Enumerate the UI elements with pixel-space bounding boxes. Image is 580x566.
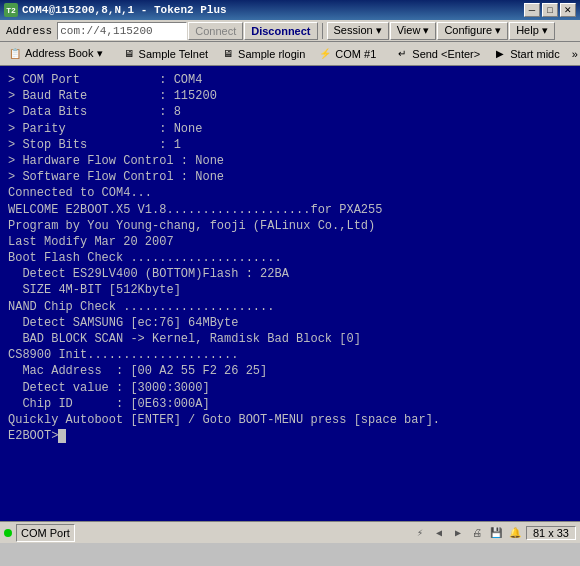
menu-bar: Address Connect Disconnect Session ▾ Vie… — [0, 20, 580, 42]
help-menu[interactable]: Help ▾ — [509, 22, 555, 40]
com1-button[interactable]: ⚡ COM #1 — [312, 44, 381, 64]
sample-rlogin-label: Sample rlogin — [238, 48, 305, 60]
com1-label: COM #1 — [335, 48, 376, 60]
terminal-output: > COM Port : COM4> Baud Rate : 115200> D… — [8, 72, 572, 444]
disk-icon: 💾 — [488, 525, 504, 541]
window-controls: ─ □ ✕ — [524, 3, 576, 17]
com-port-label: COM Port — [21, 527, 70, 539]
overflow-icon: » — [572, 48, 578, 60]
address-book-label: Address Book ▾ — [25, 47, 103, 60]
title-bar-text: T2 COM4@115200,8,N,1 - Token2 Plus — [4, 3, 227, 17]
send-enter-label: Send <Enter> — [412, 48, 480, 60]
status-icons-group: ⚡ ◀ ▶ 🖨 💾 🔔 81 x 33 — [412, 525, 576, 541]
sample-telnet-label: Sample Telnet — [139, 48, 209, 60]
address-book-icon: 📋 — [7, 46, 23, 62]
sample-rlogin-button[interactable]: 🖥 Sample rlogin — [215, 44, 310, 64]
address-book-button[interactable]: 📋 Address Book ▾ — [2, 44, 108, 64]
telnet-icon: 🖥 — [121, 46, 137, 62]
arrow-right-icon: ▶ — [450, 525, 466, 541]
toolbar-overflow-button[interactable]: » — [567, 44, 580, 64]
size-indicator: 81 x 33 — [526, 526, 576, 540]
session-menu[interactable]: Session ▾ — [327, 22, 389, 40]
app-icon: T2 — [4, 3, 18, 17]
menu-separator-1 — [322, 23, 323, 39]
clock-icon: 🔔 — [507, 525, 523, 541]
status-bar: COM Port ⚡ ◀ ▶ 🖨 💾 🔔 81 x 33 — [0, 521, 580, 543]
com-icon: ⚡ — [317, 46, 333, 62]
rlogin-icon: 🖥 — [220, 46, 236, 62]
disconnect-button[interactable]: Disconnect — [244, 22, 317, 40]
start-midc-label: Start midc — [510, 48, 560, 60]
send-icon: ↵ — [394, 46, 410, 62]
send-enter-button[interactable]: ↵ Send <Enter> — [389, 44, 485, 64]
address-input[interactable] — [57, 22, 187, 40]
configure-menu[interactable]: Configure ▾ — [437, 22, 508, 40]
connect-button[interactable]: Connect — [188, 22, 243, 40]
menu-bar-left: Address Connect Disconnect Session ▾ Vie… — [2, 22, 578, 40]
com-port-status: COM Port — [16, 524, 75, 542]
network-icon: ⚡ — [412, 525, 428, 541]
start-midc-button[interactable]: ▶ Start midc — [487, 44, 565, 64]
terminal-area[interactable]: > COM Port : COM4> Baud Rate : 115200> D… — [0, 66, 580, 521]
view-menu[interactable]: View ▾ — [390, 22, 437, 40]
close-button[interactable]: ✕ — [560, 3, 576, 17]
address-label: Address — [2, 25, 56, 37]
maximize-button[interactable]: □ — [542, 3, 558, 17]
toolbar: 📋 Address Book ▾ 🖥 Sample Telnet 🖥 Sampl… — [0, 42, 580, 66]
sample-telnet-button[interactable]: 🖥 Sample Telnet — [116, 44, 214, 64]
minimize-button[interactable]: ─ — [524, 3, 540, 17]
title-bar: T2 COM4@115200,8,N,1 - Token2 Plus ─ □ ✕ — [0, 0, 580, 20]
midc-icon: ▶ — [492, 46, 508, 62]
printer-icon: 🖨 — [469, 525, 485, 541]
arrow-left-icon: ◀ — [431, 525, 447, 541]
window-title: COM4@115200,8,N,1 - Token2 Plus — [22, 4, 227, 16]
connection-indicator — [4, 529, 12, 537]
toolbar-end: » — [567, 44, 580, 64]
